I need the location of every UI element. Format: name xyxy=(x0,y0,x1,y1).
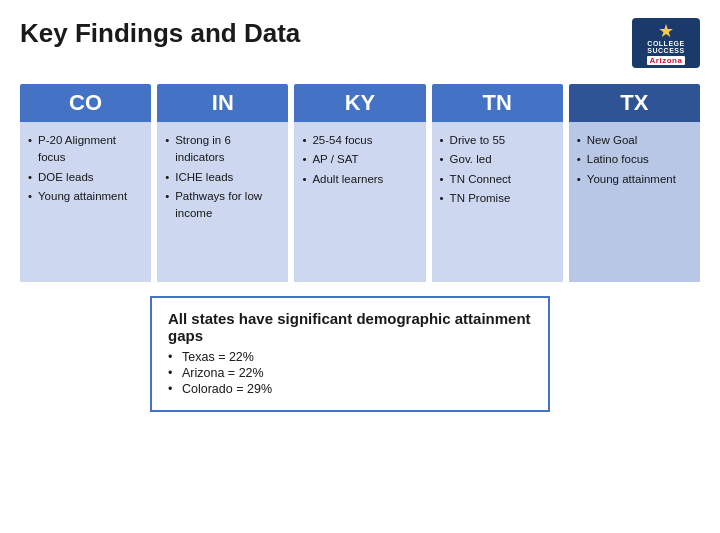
state-header-tx: TX xyxy=(569,84,700,122)
logo-text-success: Success xyxy=(647,47,684,54)
columns-area: CO P-20 Alignment focus DOE leads Young … xyxy=(20,84,700,282)
state-body-ky: 25-54 focus AP / SAT Adult learners xyxy=(294,122,425,282)
state-col-ky: KY 25-54 focus AP / SAT Adult learners xyxy=(294,84,425,282)
state-body-in: Strong in 6 indicators ICHE leads Pathwa… xyxy=(157,122,288,282)
summary-list-item: Texas = 22% xyxy=(168,350,532,364)
state-header-tn: TN xyxy=(432,84,563,122)
summary-box: All states have significant demographic … xyxy=(150,296,550,412)
page-title: Key Findings and Data xyxy=(20,18,300,49)
list-item: New Goal xyxy=(577,132,692,149)
list-item: Strong in 6 indicators xyxy=(165,132,280,167)
state-body-tn: Drive to 55 Gov. led TN Connect TN Promi… xyxy=(432,122,563,282)
logo-text-arizona: Arizona xyxy=(647,56,686,65)
list-item: AP / SAT xyxy=(302,151,417,168)
page: Key Findings and Data ★ College Success … xyxy=(0,0,720,533)
list-item: Pathways for low income xyxy=(165,188,280,223)
list-item: ICHE leads xyxy=(165,169,280,186)
state-header-in: IN xyxy=(157,84,288,122)
list-item: Latino focus xyxy=(577,151,692,168)
state-col-tn: TN Drive to 55 Gov. led TN Connect TN Pr… xyxy=(432,84,563,282)
list-item: Young attainment xyxy=(577,171,692,188)
list-item: Adult learners xyxy=(302,171,417,188)
state-col-tx: TX New Goal Latino focus Young attainmen… xyxy=(569,84,700,282)
state-col-co: CO P-20 Alignment focus DOE leads Young … xyxy=(20,84,151,282)
summary-list-item: Colorado = 29% xyxy=(168,382,532,396)
summary-list: Texas = 22% Arizona = 22% Colorado = 29% xyxy=(168,350,532,396)
state-header-ky: KY xyxy=(294,84,425,122)
list-item: TN Promise xyxy=(440,190,555,207)
list-item: DOE leads xyxy=(28,169,143,186)
logo-star: ★ xyxy=(658,22,674,40)
state-body-co: P-20 Alignment focus DOE leads Young att… xyxy=(20,122,151,282)
list-item: Gov. led xyxy=(440,151,555,168)
header: Key Findings and Data ★ College Success … xyxy=(20,18,700,68)
list-item: TN Connect xyxy=(440,171,555,188)
list-item: P-20 Alignment focus xyxy=(28,132,143,167)
summary-list-item: Arizona = 22% xyxy=(168,366,532,380)
state-header-co: CO xyxy=(20,84,151,122)
logo: ★ College Success Arizona xyxy=(632,18,700,68)
state-col-in: IN Strong in 6 indicators ICHE leads Pat… xyxy=(157,84,288,282)
summary-title: All states have significant demographic … xyxy=(168,310,532,344)
logo-text-college: College xyxy=(647,40,684,47)
state-body-tx: New Goal Latino focus Young attainment xyxy=(569,122,700,282)
list-item: Young attainment xyxy=(28,188,143,205)
list-item: Drive to 55 xyxy=(440,132,555,149)
list-item: 25-54 focus xyxy=(302,132,417,149)
